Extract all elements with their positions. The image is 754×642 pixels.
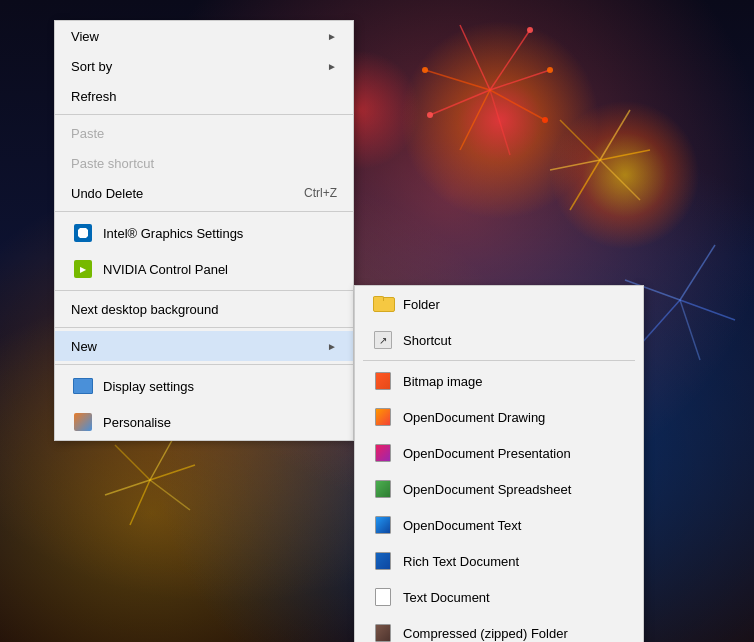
menu-item-paste: Paste xyxy=(55,118,353,148)
bitmap-label: Bitmap image xyxy=(403,374,482,389)
nvidia-icon xyxy=(74,260,92,278)
svg-line-19 xyxy=(680,245,715,300)
sort-by-label: Sort by xyxy=(71,59,112,74)
primary-context-menu: View ► Sort by ► Refresh Paste Paste sho… xyxy=(54,20,354,441)
nvidia-icon-area xyxy=(71,257,95,281)
svg-line-26 xyxy=(150,480,190,510)
menu-item-bitmap[interactable]: Bitmap image xyxy=(355,363,643,399)
text-doc-icon-area xyxy=(371,585,395,609)
od-presentation-icon-area xyxy=(371,441,395,465)
zip-folder-label: Compressed (zipped) Folder xyxy=(403,626,568,641)
intel-icon xyxy=(74,224,92,242)
svg-line-20 xyxy=(680,300,735,320)
folder-icon-area xyxy=(371,292,395,316)
display-settings-icon-area xyxy=(71,374,95,398)
text-doc-icon xyxy=(375,588,391,606)
menu-item-refresh[interactable]: Refresh xyxy=(55,81,353,111)
personalise-label: Personalise xyxy=(103,415,171,430)
od-drawing-label: OpenDocument Drawing xyxy=(403,410,545,425)
rich-text-icon xyxy=(375,552,391,570)
separator-4 xyxy=(55,327,353,328)
sort-by-arrow: ► xyxy=(327,61,337,72)
svg-line-27 xyxy=(130,480,150,525)
rich-text-label: Rich Text Document xyxy=(403,554,519,569)
od-presentation-label: OpenDocument Presentation xyxy=(403,446,571,461)
od-text-icon xyxy=(375,516,391,534)
zip-folder-icon-area xyxy=(371,621,395,642)
od-text-icon-area xyxy=(371,513,395,537)
folder-label: Folder xyxy=(403,297,440,312)
od-text-label: OpenDocument Text xyxy=(403,518,521,533)
view-label: View xyxy=(71,29,99,44)
svg-line-21 xyxy=(680,300,700,360)
separator-1 xyxy=(55,114,353,115)
next-bg-label: Next desktop background xyxy=(71,302,218,317)
menu-item-text-doc[interactable]: Text Document xyxy=(355,579,643,615)
svg-line-25 xyxy=(150,465,195,480)
text-doc-label: Text Document xyxy=(403,590,490,605)
od-spreadsheet-icon xyxy=(375,480,391,498)
od-drawing-icon xyxy=(375,408,391,426)
paste-label: Paste xyxy=(71,126,104,141)
svg-line-22 xyxy=(640,300,680,345)
menu-item-shortcut[interactable]: Shortcut xyxy=(355,322,643,358)
od-spreadsheet-icon-area xyxy=(371,477,395,501)
undo-delete-shortcut: Ctrl+Z xyxy=(304,186,337,200)
refresh-label: Refresh xyxy=(71,89,117,104)
menu-item-zip-folder[interactable]: Compressed (zipped) Folder xyxy=(355,615,643,642)
menu-item-next-bg[interactable]: Next desktop background xyxy=(55,294,353,324)
undo-delete-label: Undo Delete xyxy=(71,186,143,201)
intel-label: Intel® Graphics Settings xyxy=(103,226,243,241)
shortcut-label: Shortcut xyxy=(403,333,451,348)
personalise-icon xyxy=(74,413,92,431)
menu-item-od-text[interactable]: OpenDocument Text xyxy=(355,507,643,543)
svg-line-24 xyxy=(150,435,175,480)
menu-item-od-drawing[interactable]: OpenDocument Drawing xyxy=(355,399,643,435)
new-arrow: ► xyxy=(327,341,337,352)
separator-secondary-1 xyxy=(363,360,635,361)
menu-item-rich-text[interactable]: Rich Text Document xyxy=(355,543,643,579)
shortcut-icon-area xyxy=(371,328,395,352)
bitmap-icon xyxy=(375,372,391,390)
rich-text-icon-area xyxy=(371,549,395,573)
zip-folder-icon xyxy=(375,624,391,642)
separator-3 xyxy=(55,290,353,291)
view-arrow: ► xyxy=(327,31,337,42)
separator-5 xyxy=(55,364,353,365)
nvidia-label: NVIDIA Control Panel xyxy=(103,262,228,277)
menu-item-view[interactable]: View ► xyxy=(55,21,353,51)
menu-item-od-spreadsheet[interactable]: OpenDocument Spreadsheet xyxy=(355,471,643,507)
new-label: New xyxy=(71,339,97,354)
menu-item-display-settings[interactable]: Display settings xyxy=(55,368,353,404)
display-settings-label: Display settings xyxy=(103,379,194,394)
svg-line-28 xyxy=(105,480,150,495)
display-settings-icon xyxy=(73,378,93,394)
bitmap-icon-area xyxy=(371,369,395,393)
menu-item-nvidia[interactable]: NVIDIA Control Panel xyxy=(55,251,353,287)
menu-item-paste-shortcut: Paste shortcut xyxy=(55,148,353,178)
od-presentation-icon xyxy=(375,444,391,462)
od-drawing-icon-area xyxy=(371,405,395,429)
folder-icon xyxy=(373,296,393,312)
shortcut-icon xyxy=(374,331,392,349)
menu-item-folder[interactable]: Folder xyxy=(355,286,643,322)
menu-item-new[interactable]: New ► xyxy=(55,331,353,361)
personalise-icon-area xyxy=(71,410,95,434)
svg-line-29 xyxy=(115,445,150,480)
menu-item-undo-delete[interactable]: Undo Delete Ctrl+Z xyxy=(55,178,353,208)
menu-item-sort-by[interactable]: Sort by ► xyxy=(55,51,353,81)
intel-icon-area xyxy=(71,221,95,245)
paste-shortcut-label: Paste shortcut xyxy=(71,156,154,171)
secondary-context-menu: Folder Shortcut Bitmap image OpenDocumen… xyxy=(354,285,644,642)
od-spreadsheet-label: OpenDocument Spreadsheet xyxy=(403,482,571,497)
menu-item-personalise[interactable]: Personalise xyxy=(55,404,353,440)
separator-2 xyxy=(55,211,353,212)
menu-item-intel[interactable]: Intel® Graphics Settings xyxy=(55,215,353,251)
menu-item-od-presentation[interactable]: OpenDocument Presentation xyxy=(355,435,643,471)
